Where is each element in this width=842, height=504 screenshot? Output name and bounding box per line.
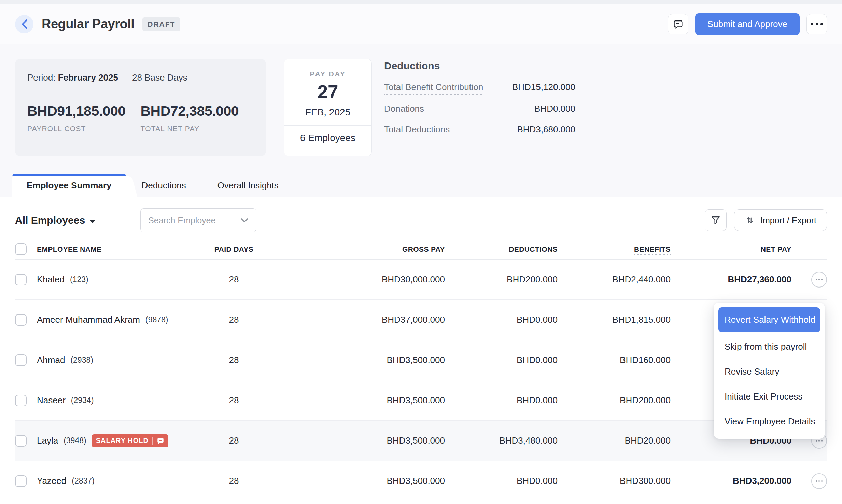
payday-employee-count: 6 Employees (300, 126, 355, 143)
gross-pay-cell: BHD3,500.000 (270, 476, 445, 486)
menu-item-initiate-exit-process[interactable]: Initiate Exit Process (718, 384, 820, 409)
table-body: Khaled(123)28BHD30,000.000BHD200.000BHD2… (15, 260, 827, 501)
comments-button[interactable] (668, 14, 688, 34)
row-checkbox[interactable] (15, 435, 27, 447)
benefits-cell: BHD20.000 (558, 435, 671, 446)
paid-days-cell: 28 (198, 274, 270, 285)
chevron-down-icon (240, 218, 249, 223)
tab-overall-insights[interactable]: Overall Insights (202, 174, 294, 197)
tab-employee-summary[interactable]: Employee Summary (12, 174, 126, 197)
employee-name[interactable]: Layla (37, 435, 58, 446)
net-pay-cell: BHD3,200.000 (671, 476, 791, 486)
import-export-button[interactable]: Import / Export (734, 209, 827, 231)
table-row: Layla(3948)SALARY HOLD28BHD3,500.000BHD3… (15, 421, 827, 461)
gross-pay-cell: BHD3,500.000 (270, 395, 445, 406)
gross-pay-cell: BHD30,000.000 (270, 274, 445, 285)
employee-id: (9878) (145, 315, 168, 324)
deduction-label: Total Deductions (384, 124, 450, 137)
payroll-cost-value: BHD91,185.000 (27, 103, 141, 119)
speech-bubble-icon (157, 437, 164, 445)
tab-deductions[interactable]: Deductions (126, 174, 202, 197)
row-checkbox[interactable] (15, 475, 27, 487)
caret-down-icon (90, 220, 95, 223)
table-header-row: EMPLOYEE NAME PAID DAYS GROSS PAY DEDUCT… (15, 239, 827, 260)
benefits-cell: BHD2,440.000 (558, 274, 671, 285)
paid-days-cell: 28 (198, 395, 270, 406)
paid-days-cell: 28 (198, 355, 270, 365)
payday-month-year: FEB, 2025 (305, 107, 350, 118)
submit-and-approve-button[interactable]: Submit and Approve (695, 13, 800, 35)
period-value: February 2025 (58, 72, 118, 83)
page-title: Regular Payroll (42, 17, 134, 31)
menu-item-revise-salary[interactable]: Revise Salary (718, 359, 820, 384)
row-checkbox[interactable] (15, 395, 27, 406)
deductions-list: Total Benefit ContributionBHD15,120.000D… (384, 82, 575, 137)
column-deductions: DEDUCTIONS (445, 245, 558, 253)
row-actions-button[interactable] (811, 473, 827, 489)
employee-name[interactable]: Ameer Muhammad Akram (37, 314, 140, 325)
deductions-cell: BHD0.000 (445, 476, 558, 486)
deductions-cell: BHD200.000 (445, 274, 558, 285)
deduction-value: BHD15,120.000 (512, 82, 575, 93)
table-row: Ahmad(2938)28BHD3,500.000BHD0.000BHD160.… (15, 340, 827, 380)
column-paid-days: PAID DAYS (198, 245, 270, 253)
deductions-summary: Deductions Total Benefit ContributionBHD… (384, 59, 575, 145)
employee-name[interactable]: Yazeed (37, 476, 66, 486)
ellipsis-icon (811, 23, 823, 25)
payroll-cost-label: PAYROLL COST (27, 125, 141, 133)
employee-id: (2837) (72, 476, 94, 486)
row-checkbox[interactable] (15, 274, 27, 285)
benefits-cell: BHD300.000 (558, 476, 671, 486)
benefits-cell: BHD200.000 (558, 395, 671, 406)
employee-filter-label: All Employees (15, 214, 85, 226)
page-header: Regular Payroll DRAFT Submit and Approve (0, 4, 842, 44)
import-export-label: Import / Export (760, 215, 816, 225)
table-row: Ameer Muhammad Akram(9878)28BHD37,000.00… (15, 300, 827, 340)
benefits-cell: BHD160.000 (558, 355, 671, 365)
period-label: Period: February 2025 (27, 72, 118, 83)
table-toolbar: All Employees Import / Export (15, 197, 827, 239)
deduction-row: Total DeductionsBHD3,680.000 (384, 124, 575, 137)
table-row: Naseer(2934)28BHD3,500.000BHD0.000BHD200… (15, 380, 827, 421)
employee-id: (3948) (64, 436, 86, 445)
table-row: Khaled(123)28BHD30,000.000BHD200.000BHD2… (15, 260, 827, 300)
row-checkbox[interactable] (15, 314, 27, 326)
employee-filter-dropdown[interactable]: All Employees (15, 214, 95, 226)
divider (152, 437, 153, 445)
paid-days-cell: 28 (198, 476, 270, 486)
menu-item-view-employee-details[interactable]: View Employee Details (718, 409, 820, 434)
column-net-pay: NET PAY (671, 245, 791, 253)
deductions-cell: BHD0.000 (445, 395, 558, 406)
deduction-value: BHD3,680.000 (517, 124, 575, 135)
deduction-row: DonationsBHD0.000 (384, 103, 575, 116)
menu-item-skip-from-this-payroll[interactable]: Skip from this payroll (718, 334, 820, 359)
row-checkbox[interactable] (15, 354, 27, 366)
salary-hold-label: SALARY HOLD (96, 437, 149, 445)
gross-pay-cell: BHD3,500.000 (270, 435, 445, 446)
table-row: Yazeed(2837)28BHD3,500.000BHD0.000BHD300… (15, 461, 827, 501)
employee-id: (2934) (71, 396, 94, 405)
row-actions-button[interactable] (811, 272, 827, 288)
total-net-pay-label: TOTAL NET PAY (141, 125, 254, 133)
employee-name[interactable]: Khaled (37, 274, 65, 285)
status-badge: DRAFT (142, 17, 180, 31)
deduction-row: Total Benefit ContributionBHD15,120.000 (384, 82, 575, 95)
base-days: 28 Base Days (132, 72, 187, 83)
employee-name[interactable]: Naseer (37, 395, 66, 406)
employee-name[interactable]: Ahmad (37, 355, 65, 365)
search-input[interactable] (148, 215, 240, 225)
salary-hold-badge[interactable]: SALARY HOLD (92, 434, 168, 447)
filter-button[interactable] (705, 209, 727, 231)
employee-id: (123) (70, 275, 88, 284)
select-all-checkbox[interactable] (15, 243, 27, 255)
employee-search-combobox[interactable] (140, 208, 256, 232)
total-net-pay-value: BHD72,385.000 (141, 103, 254, 119)
more-actions-button[interactable] (806, 14, 827, 34)
column-benefits: BENEFITS (558, 245, 671, 253)
chevron-left-icon (20, 19, 28, 29)
back-button[interactable] (15, 15, 33, 33)
deduction-label[interactable]: Total Benefit Contribution (384, 82, 483, 95)
period-card: Period: February 2025 28 Base Days BHD91… (15, 59, 266, 156)
deduction-value: BHD0.000 (534, 103, 575, 114)
menu-item-revert-salary-withhold[interactable]: Revert Salary Withhold (718, 307, 820, 332)
